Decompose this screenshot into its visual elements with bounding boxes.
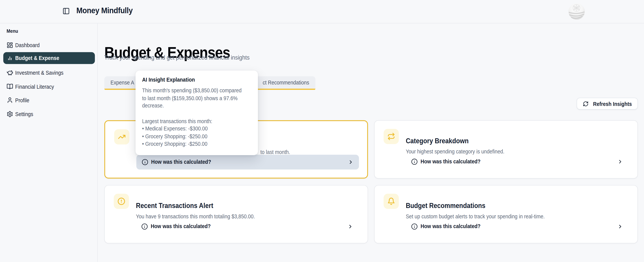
tooltip-title: AI Insight Explanation bbox=[142, 77, 251, 83]
sidebar-menu-label: Menu bbox=[6, 28, 19, 34]
sidebar-item-financial-literacy[interactable]: Financial Literacy bbox=[0, 81, 98, 93]
chevron-right-icon bbox=[617, 224, 623, 230]
card-title: Recent Transactions Alert bbox=[136, 202, 222, 210]
panel-left-icon bbox=[62, 7, 70, 15]
bar-chart-icon bbox=[6, 55, 13, 61]
bell-icon bbox=[384, 194, 399, 209]
app-title: Money Mindfully bbox=[76, 6, 139, 15]
repeat-icon bbox=[384, 129, 399, 144]
sidebar-toggle-button[interactable] bbox=[61, 6, 71, 16]
gear-icon bbox=[6, 111, 13, 117]
info-icon bbox=[141, 223, 148, 230]
refresh-icon bbox=[583, 101, 588, 107]
page-subtitle: Track your spending and get personalized… bbox=[104, 54, 266, 61]
piggy-bank-icon bbox=[6, 69, 13, 76]
sidebar-item-profile[interactable]: Profile bbox=[0, 94, 98, 106]
sidebar-item-budget-expense[interactable]: Budget & Expense bbox=[3, 52, 95, 64]
ai-insight-tooltip: AI Insight Explanation This month's spen… bbox=[136, 71, 258, 155]
card-description: Your highest spending category is undefi… bbox=[406, 149, 516, 155]
card-description-fragment: to last month. bbox=[260, 149, 294, 155]
dashboard-icon bbox=[6, 42, 13, 48]
sidebar: Menu Dashboard Budget & Expense Investme… bbox=[0, 23, 98, 262]
book-open-icon bbox=[6, 83, 13, 90]
sidebar-item-dashboard[interactable]: Dashboard bbox=[0, 39, 98, 51]
trending-up-icon bbox=[114, 129, 130, 144]
user-icon bbox=[6, 97, 13, 103]
chevron-right-icon bbox=[348, 159, 354, 165]
refresh-insights-button[interactable]: Refresh Insights bbox=[577, 98, 638, 110]
how-calculated-button-spending-trend[interactable]: How was this calculated? bbox=[136, 155, 359, 170]
budget-recommendations-card: Budget Recommendations Set up custom bud… bbox=[374, 185, 638, 243]
app-header: Money Mindfully bbox=[0, 0, 644, 23]
category-breakdown-card: Category Breakdown Your highest spending… bbox=[374, 120, 638, 179]
card-title: Category Breakdown bbox=[406, 137, 476, 145]
info-icon bbox=[411, 158, 418, 165]
card-title: Budget Recommendations bbox=[406, 202, 494, 210]
card-description: You have 9 transactions this month total… bbox=[136, 214, 268, 220]
app-window: Money Mindfully bbox=[0, 0, 644, 262]
info-icon bbox=[411, 223, 418, 230]
info-icon bbox=[142, 159, 148, 165]
how-calculated-button-budget-recommendations[interactable]: How was this calculated? bbox=[406, 219, 628, 234]
chevron-right-icon bbox=[348, 224, 353, 230]
chevron-right-icon bbox=[617, 159, 623, 165]
sidebar-item-settings[interactable]: Settings bbox=[0, 108, 98, 120]
how-calculated-button-recent-transactions[interactable]: How was this calculated? bbox=[136, 219, 358, 234]
avatar[interactable] bbox=[568, 3, 585, 20]
how-calculated-button-category-breakdown[interactable]: How was this calculated? bbox=[406, 154, 628, 169]
sidebar-item-investment-savings[interactable]: Investment & Savings bbox=[0, 67, 98, 79]
alert-circle-icon bbox=[114, 194, 129, 209]
card-description: Set up custom budget alerts to track you… bbox=[406, 214, 560, 220]
recent-transactions-card: Recent Transactions Alert You have 9 tra… bbox=[104, 185, 368, 243]
